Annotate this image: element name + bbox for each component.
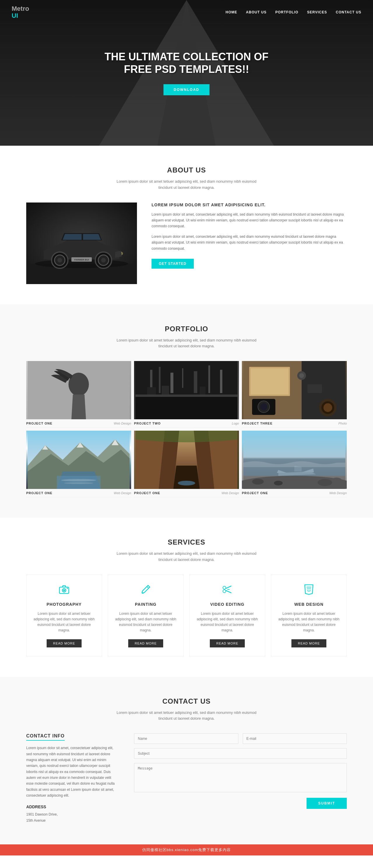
submit-button[interactable]: SUBMIT: [307, 798, 347, 809]
svg-point-48: [178, 481, 195, 486]
contact-title: CONTACT US: [12, 697, 361, 705]
portfolio-caption-4: PROJECT ONE Web Design: [26, 489, 131, 497]
nav-portfolio[interactable]: PORTFOLIO: [275, 10, 299, 14]
portfolio-name-4: PROJECT ONE: [26, 491, 53, 495]
portfolio-item-2[interactable]: PROJECT TWO Logo: [134, 361, 239, 428]
service-card-photography: PHOTOGRAPHY Lorem ipsum dolor sit amet t…: [26, 575, 102, 656]
brush-icon: [114, 584, 178, 598]
portfolio-image-6: [242, 431, 347, 489]
hero-content: THE ULTIMATE COLLECTION OF FREE PSD TEMP…: [104, 51, 269, 95]
service-title-webdesign: WEB DESIGN: [277, 602, 341, 607]
services-title: SERVICES: [12, 538, 361, 546]
nav-services[interactable]: SERVICES: [307, 10, 327, 14]
contact-info-text: Lorem ipsum dolor sit amet, consectetuer…: [26, 745, 120, 799]
portfolio-name-1: PROJECT ONE: [26, 422, 53, 425]
svg-point-58: [63, 589, 65, 591]
service-title-painting: PAINTING: [114, 602, 178, 607]
portfolio-caption-5: PROJECT ONE Web Design: [134, 489, 239, 497]
navigation: Metro UI HOME ABOUT US PORTFOLIO SERVICE…: [0, 0, 373, 25]
portfolio-caption-2: PROJECT TWO Logo: [134, 419, 239, 428]
about-subtitle: Lorem ipsum dolor sit amet tetiuer adipi…: [111, 179, 262, 191]
portfolio-name-5: PROJECT ONE: [134, 491, 160, 495]
camera-icon: [32, 584, 96, 598]
svg-line-63: [225, 586, 231, 589]
download-button[interactable]: DOWNLOAD: [163, 84, 210, 95]
service-card-painting: PAINTING Lorem ipsum dolor sit amet teti…: [108, 575, 184, 656]
portfolio-title: PORTFOLIO: [12, 325, 361, 333]
portfolio-item-1[interactable]: PROJECT ONE Web Design: [26, 361, 131, 428]
service-title-photography: PHOTOGRAPHY: [32, 602, 96, 607]
portfolio-type-5: Web Design: [221, 491, 239, 495]
svg-rect-22: [208, 365, 210, 393]
portfolio-item-3[interactable]: PROJECT THREE Photo: [242, 361, 347, 428]
svg-point-45: [61, 479, 96, 482]
service-desc-painting: Lorem ipsum dolor sit amet tetiuer adipi…: [114, 611, 178, 633]
read-more-webdesign[interactable]: Read More: [291, 639, 327, 647]
nav-contact[interactable]: CONTACT US: [336, 10, 361, 14]
portfolio-type-1: Web Design: [114, 422, 131, 425]
service-desc-video: Lorem ipsum dolor sit amet tetiuer adipi…: [195, 611, 259, 633]
service-desc-photography: Lorem ipsum dolor sit amet tetiuer adipi…: [32, 611, 96, 633]
subject-input[interactable]: [134, 748, 347, 759]
portfolio-item-5[interactable]: PROJECT ONE Web Design: [134, 431, 239, 497]
logo[interactable]: Metro UI: [12, 5, 29, 19]
address-text: 1901 Dawson Drive, 15th Avenue: [26, 811, 120, 824]
svg-text:FARMER BUI: FARMER BUI: [74, 258, 89, 261]
service-title-video: VIDEO EDITING: [195, 602, 259, 607]
get-started-button[interactable]: GET STARTED: [152, 259, 194, 269]
portfolio-type-6: Web Design: [329, 491, 347, 495]
svg-point-51: [252, 479, 264, 485]
read-more-photography[interactable]: Read More: [46, 639, 82, 647]
svg-point-62: [223, 590, 226, 593]
form-row-1: [134, 733, 347, 744]
svg-rect-23: [220, 370, 222, 393]
address-title: Address: [26, 804, 120, 809]
about-content-title: LOREM IPSUM DOLOR SIT AMET ADIPISICING E…: [152, 203, 347, 207]
svg-rect-24: [135, 395, 238, 397]
services-grid: PHOTOGRAPHY Lorem ipsum dolor sit amet t…: [26, 575, 347, 656]
portfolio-type-2: Logo: [232, 422, 239, 425]
about-section: ABOUT US Lorem ipsum dolor sit amet teti…: [0, 146, 373, 305]
about-title: ABOUT US: [12, 166, 361, 174]
portfolio-image-1: [26, 361, 131, 419]
services-section: SERVICES Lorem ipsum dolor sit amet teti…: [0, 518, 373, 677]
form-row-2: [134, 748, 347, 759]
svg-rect-27: [179, 388, 191, 395]
about-para2: Lorem ipsum dolor sit amet, consectetuer…: [152, 234, 347, 251]
portfolio-image-3: [242, 361, 347, 419]
svg-rect-19: [170, 373, 174, 393]
email-input[interactable]: [243, 733, 347, 744]
svg-point-61: [223, 586, 226, 589]
nav-about[interactable]: ABOUT US: [246, 10, 267, 14]
svg-point-46: [64, 482, 93, 484]
contact-subtitle: Lorem ipsum dolor sit amet tetiuer adipi…: [111, 710, 262, 722]
portfolio-image-4: [26, 431, 131, 489]
hero-title: THE ULTIMATE COLLECTION OF FREE PSD TEMP…: [104, 51, 269, 75]
portfolio-subtitle: Lorem ipsum dolor sit amet tetiuer adipi…: [111, 337, 262, 350]
portfolio-caption-1: PROJECT ONE Web Design: [26, 419, 131, 428]
name-input[interactable]: [134, 733, 238, 744]
message-input[interactable]: [134, 763, 347, 792]
nav-home[interactable]: HOME: [225, 10, 237, 14]
svg-point-36: [260, 403, 267, 410]
svg-point-38: [299, 373, 304, 378]
logo-line2: UI: [12, 12, 18, 19]
contact-inner: CONTACT INFO Lorem ipsum dolor sit amet,…: [26, 733, 347, 824]
portfolio-image-5: [134, 431, 239, 489]
portfolio-type-4: Web Design: [114, 491, 131, 495]
portfolio-caption-6: PROJECT ONE Web Design: [242, 489, 347, 497]
service-card-video: VIDEO EDITING Lorem ipsum dolor sit amet…: [189, 575, 265, 656]
portfolio-type-3: Photo: [338, 422, 347, 425]
portfolio-name-6: PROJECT ONE: [242, 491, 268, 495]
service-desc-webdesign: Lorem ipsum dolor sit amet tetiuer adipi…: [277, 611, 341, 633]
about-para1: Lorem ipsum dolor sit amet, consectetuer…: [152, 212, 347, 229]
service-card-webdesign: WEB DESIGN Lorem ipsum dolor sit amet te…: [271, 575, 347, 656]
portfolio-item-6[interactable]: PROJECT ONE Web Design: [242, 431, 347, 497]
svg-point-54: [331, 477, 342, 483]
read-more-video[interactable]: Read More: [210, 639, 245, 647]
read-more-painting[interactable]: Read More: [128, 639, 163, 647]
portfolio-item-4[interactable]: PROJECT ONE Web Design: [26, 431, 131, 497]
svg-point-42: [323, 403, 332, 412]
portfolio-image-2: [134, 361, 239, 419]
svg-rect-26: [162, 386, 169, 395]
